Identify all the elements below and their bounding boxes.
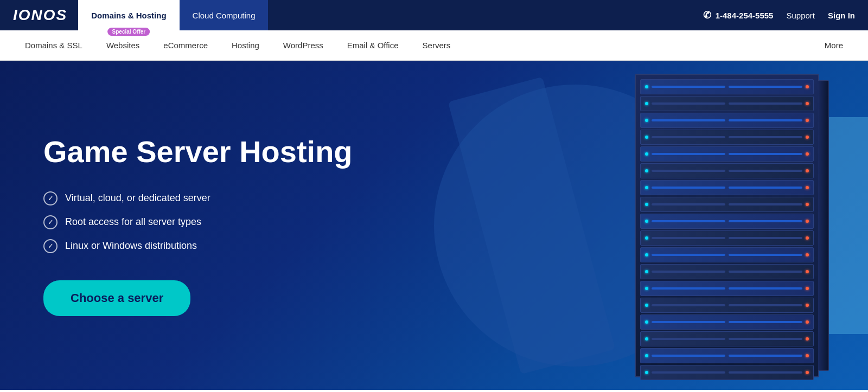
server-led-red — [806, 354, 809, 357]
server-bar — [652, 321, 725, 323]
rack-side-panel — [818, 80, 829, 371]
hero-section: Game Server Hosting ✓ Virtual, cloud, or… — [0, 61, 868, 390]
nav-item-more[interactable]: More — [813, 41, 855, 50]
server-bar — [729, 153, 802, 155]
server-bar — [729, 321, 802, 323]
server-bar — [652, 355, 725, 357]
server-unit — [640, 230, 814, 246]
server-bar — [729, 287, 802, 290]
server-unit — [640, 197, 814, 212]
server-unit — [640, 180, 814, 195]
server-led-red — [806, 253, 809, 256]
nav-item-servers[interactable]: Servers — [411, 30, 463, 61]
server-bar — [652, 220, 725, 222]
server-led — [645, 169, 648, 172]
server-unit — [640, 314, 814, 330]
special-offer-badge: Special Offer — [108, 28, 150, 36]
server-unit — [640, 365, 814, 380]
server-led — [645, 102, 648, 105]
server-led — [645, 186, 648, 189]
hero-feature-item: ✓ Root access for all server types — [43, 215, 353, 229]
server-bar — [652, 203, 725, 205]
server-led-red — [806, 337, 809, 340]
server-bar — [729, 203, 802, 205]
server-bar — [652, 86, 725, 88]
server-led — [645, 236, 648, 240]
nav-item-hosting[interactable]: Hosting — [220, 30, 271, 61]
server-led — [645, 136, 648, 139]
support-link[interactable]: Support — [786, 11, 815, 20]
server-unit — [640, 79, 814, 94]
server-bar — [652, 237, 725, 239]
server-led-red — [806, 186, 809, 189]
tab-domains-hosting[interactable]: Domains & Hosting Special Offer — [78, 0, 179, 30]
hero-feature-item: ✓ Virtual, cloud, or dedicated server — [43, 191, 353, 205]
server-bar — [652, 136, 725, 138]
server-led-red — [806, 102, 809, 105]
server-led-red — [806, 304, 809, 307]
server-bar — [652, 153, 725, 155]
server-bar — [652, 287, 725, 290]
server-unit — [640, 146, 814, 162]
server-bar — [652, 371, 725, 374]
nav-item-email-office[interactable]: Email & Office — [335, 30, 411, 61]
server-bar — [729, 102, 802, 105]
check-icon: ✓ — [43, 215, 58, 229]
server-bar — [652, 119, 725, 121]
server-led — [645, 220, 648, 223]
server-led-red — [806, 85, 809, 88]
server-led-red — [806, 169, 809, 172]
choose-server-button[interactable]: Choose a server — [43, 280, 190, 316]
hero-decoration — [380, 61, 868, 390]
server-bar — [729, 170, 802, 172]
server-bar — [729, 119, 802, 121]
server-bar — [729, 371, 802, 374]
hero-features: ✓ Virtual, cloud, or dedicated server ✓ … — [43, 191, 353, 253]
server-bar — [729, 237, 802, 239]
server-bar — [652, 338, 725, 340]
nav-item-domains-ssl[interactable]: Domains & SSL — [13, 30, 94, 61]
server-unit — [640, 247, 814, 262]
server-bar — [729, 220, 802, 222]
server-led-red — [806, 287, 809, 290]
nav-item-wordpress[interactable]: WordPress — [271, 30, 335, 61]
tab-cloud-computing[interactable]: Cloud Computing — [180, 0, 269, 30]
server-led-red — [806, 220, 809, 223]
server-led — [645, 320, 648, 324]
top-tabs: Domains & Hosting Special Offer Cloud Co… — [78, 0, 268, 30]
nav-item-ecommerce[interactable]: eCommerce — [151, 30, 220, 61]
phone-number[interactable]: ✆ 1-484-254-5555 — [703, 9, 774, 21]
server-led — [645, 85, 648, 88]
hero-title: Game Server Hosting — [43, 134, 353, 169]
server-led-red — [806, 136, 809, 139]
server-led-red — [806, 270, 809, 273]
check-icon: ✓ — [43, 191, 58, 205]
signin-link[interactable]: Sign In — [828, 11, 855, 20]
top-right-actions: ✆ 1-484-254-5555 Support Sign In — [703, 9, 855, 21]
server-rack-illustration — [635, 74, 819, 377]
server-led — [645, 304, 648, 307]
server-led — [645, 119, 648, 122]
check-icon: ✓ — [43, 239, 58, 253]
server-led — [645, 203, 648, 206]
server-bar — [652, 254, 725, 256]
server-led-red — [806, 236, 809, 240]
server-led — [645, 152, 648, 156]
server-unit — [640, 331, 814, 346]
server-led — [645, 337, 648, 340]
server-bar — [729, 304, 802, 306]
hero-content: Game Server Hosting ✓ Virtual, cloud, or… — [43, 134, 353, 316]
brand-logo[interactable]: IONOS — [13, 7, 67, 24]
hero-feature-item: ✓ Linux or Windows distributions — [43, 239, 353, 253]
server-led-red — [806, 152, 809, 156]
server-unit — [640, 214, 814, 229]
server-bar — [729, 254, 802, 256]
server-led-red — [806, 203, 809, 206]
server-bar — [729, 338, 802, 340]
server-led-red — [806, 371, 809, 374]
server-bar — [652, 271, 725, 273]
server-led-red — [806, 119, 809, 122]
server-unit — [640, 130, 814, 145]
server-led — [645, 371, 648, 374]
server-bar — [729, 136, 802, 138]
